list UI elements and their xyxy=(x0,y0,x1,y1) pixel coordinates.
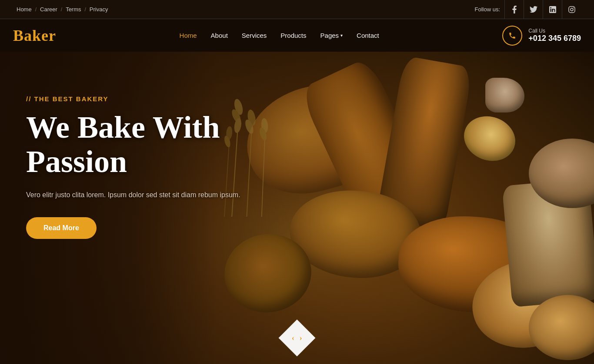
nav-contact[interactable]: Contact xyxy=(357,32,379,40)
hero-subtitle: // THE BEST BAKERY xyxy=(26,95,240,103)
slide-nav-diamond: ‹ › xyxy=(279,320,316,357)
hero-content: // THE BEST BAKERY We Bake With Passion … xyxy=(26,95,240,239)
nav-links: Home About Services Products Pages ▾ Con… xyxy=(180,32,379,40)
topbar-home-link[interactable]: Home xyxy=(13,6,35,13)
topbar-privacy-link[interactable]: Privacy xyxy=(86,6,112,13)
slide-nav-inner: ‹ › xyxy=(292,334,302,343)
topbar: Home / Career / Terms / Privacy Follow u… xyxy=(0,0,594,19)
nav-about[interactable]: About xyxy=(211,32,228,40)
hero-description: Vero elitr justo clita lorem. Ipsum dolo… xyxy=(26,189,240,201)
call-label: Call Us xyxy=(528,28,581,34)
twitter-icon[interactable] xyxy=(524,0,543,19)
topbar-links: Home / Career / Terms / Privacy xyxy=(13,6,111,13)
svg-point-2 xyxy=(573,7,574,8)
topbar-terms-link[interactable]: Terms xyxy=(62,6,84,13)
call-number: +012 345 6789 xyxy=(528,34,581,43)
nav-products[interactable]: Products xyxy=(280,32,306,40)
instagram-icon[interactable] xyxy=(562,0,581,19)
facebook-icon[interactable] xyxy=(504,0,524,19)
read-more-button[interactable]: Read More xyxy=(26,217,97,239)
slide-nav: ‹ › xyxy=(284,325,310,351)
site-logo[interactable]: Baker xyxy=(13,26,56,45)
hero-title: We Bake With Passion xyxy=(26,110,240,179)
navbar: Baker Home About Services Products Pages… xyxy=(0,19,594,52)
hero-section: // THE BEST BAKERY We Bake With Passion … xyxy=(0,52,594,364)
svg-point-1 xyxy=(571,8,573,11)
prev-slide-button[interactable]: ‹ xyxy=(292,334,294,343)
topbar-social: Follow us: xyxy=(474,0,581,19)
pages-chevron-icon: ▾ xyxy=(340,33,343,38)
nav-pages[interactable]: Pages ▾ xyxy=(320,32,343,39)
phone-icon[interactable] xyxy=(502,26,522,46)
next-slide-button[interactable]: › xyxy=(300,334,302,343)
linkedin-icon[interactable] xyxy=(543,0,562,19)
nav-services[interactable]: Services xyxy=(242,32,267,40)
nav-contact-info: Call Us +012 345 6789 xyxy=(502,26,581,46)
topbar-career-link[interactable]: Career xyxy=(37,6,61,13)
nav-home[interactable]: Home xyxy=(180,32,197,40)
follow-label: Follow us: xyxy=(474,6,500,13)
call-info: Call Us +012 345 6789 xyxy=(528,28,581,43)
